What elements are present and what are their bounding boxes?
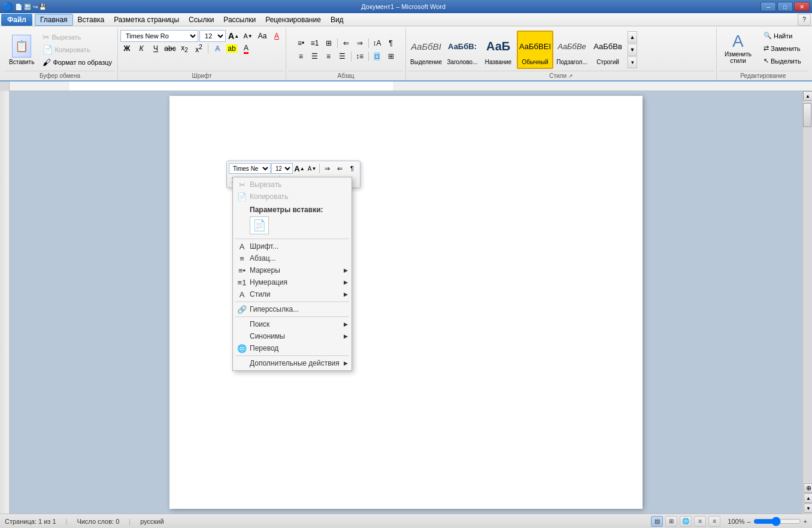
text-effects-button[interactable]: А: [211, 43, 224, 55]
ctx-hyperlink[interactable]: 🔗 Гиперссылка...: [233, 303, 352, 315]
multilevel-button[interactable]: ⊞: [322, 37, 335, 49]
scroll-up-button[interactable]: ▲: [803, 91, 812, 101]
strikethrough-button[interactable]: abc: [163, 43, 177, 55]
ctx-synonyms[interactable]: Синонимы: [233, 330, 352, 342]
subscript-button[interactable]: x2: [178, 43, 191, 55]
ctx-translate[interactable]: 🌐 Перевод: [233, 342, 352, 354]
web-view-button[interactable]: 🌐: [680, 516, 692, 527]
style-selection-button[interactable]: АаБбВI Выделение: [408, 31, 444, 69]
mini-shrink-button[interactable]: A▼: [306, 163, 318, 174]
clear-format-button[interactable]: A: [270, 30, 283, 42]
menu-home[interactable]: Главная: [35, 14, 73, 26]
ctx-paragraph[interactable]: ≡ Абзац...: [233, 252, 352, 264]
ctx-paste-option-1[interactable]: 📄: [250, 216, 269, 234]
borders-button[interactable]: ⊞: [384, 50, 398, 62]
mini-indent-out[interactable]: ⇐: [334, 163, 346, 174]
replace-button[interactable]: ⇄ Заменить: [759, 43, 807, 54]
next-page-button[interactable]: ▼: [804, 503, 812, 513]
show-marks-button[interactable]: ¶: [384, 37, 398, 49]
highlight-button[interactable]: аb: [225, 43, 238, 55]
styles-scroll-up[interactable]: ▲: [628, 31, 637, 43]
ctx-extra[interactable]: Дополнительные действия: [233, 357, 352, 369]
style-heading-button[interactable]: АаБбВ: Заголово...: [445, 31, 480, 69]
help-button[interactable]: ?: [798, 14, 811, 26]
close-button[interactable]: ✕: [794, 2, 810, 11]
select-button[interactable]: ↖ Выделить: [759, 55, 807, 67]
shading-button[interactable]: □: [371, 50, 384, 62]
mini-para-mark[interactable]: ¶: [346, 163, 358, 174]
change-case-icon: Аа: [258, 32, 267, 40]
grow-font-button[interactable]: A▲: [227, 30, 240, 42]
ctx-bullets[interactable]: ≡• Маркеры: [233, 264, 352, 276]
mini-font-selector[interactable]: Times Ne: [229, 163, 271, 174]
sort-button[interactable]: ↕A: [371, 37, 384, 49]
ctx-cut[interactable]: ✂ Вырезать: [233, 179, 352, 191]
menu-view[interactable]: Вид: [326, 14, 349, 26]
style-title-button[interactable]: АаБ Название: [481, 31, 516, 69]
zoom-increase-button[interactable]: +: [804, 518, 807, 525]
cut-button[interactable]: ✂ Вырезать: [40, 31, 115, 43]
ctx-font[interactable]: A Шрифт...: [233, 240, 352, 252]
zoom-slider[interactable]: [753, 517, 801, 526]
format-painter-button[interactable]: 🖌 Формат по образцу: [40, 56, 115, 68]
change-styles-button[interactable]: A Изменитьстили: [719, 30, 757, 66]
mini-grow-button[interactable]: A▲: [293, 163, 305, 174]
font-size-selector[interactable]: 12: [199, 30, 226, 42]
menu-mailings[interactable]: Рассылки: [219, 14, 260, 26]
shrink-font-button[interactable]: A▼: [241, 30, 254, 42]
select-object-button[interactable]: ⊕: [804, 483, 812, 493]
font-color-button[interactable]: А: [240, 43, 253, 55]
ctx-styles[interactable]: A Стили: [233, 288, 352, 300]
style-normal-button[interactable]: АаБбВEI Обычный: [517, 31, 553, 69]
decrease-indent-button[interactable]: ⇐: [340, 37, 353, 49]
menu-review[interactable]: Рецензирование: [260, 14, 326, 26]
scroll-track[interactable]: [803, 101, 812, 482]
font-name-selector[interactable]: Times New Ro: [120, 30, 198, 42]
menu-file[interactable]: Файл: [1, 14, 32, 26]
style-subtitle-button[interactable]: АаБбВе Подзагол...: [555, 31, 589, 69]
superscript-button[interactable]: x2: [192, 43, 205, 55]
align-right-button[interactable]: ≡: [322, 50, 335, 62]
paste-button[interactable]: 📋 Вставить: [5, 32, 38, 68]
ctx-numbering[interactable]: ≡1 Нумерация: [233, 276, 352, 288]
multilevel-icon: ⊞: [326, 39, 332, 47]
italic-button[interactable]: К: [135, 43, 148, 55]
numbering-button[interactable]: ≡1: [308, 37, 322, 49]
bullets-button[interactable]: ≡•: [295, 37, 308, 49]
style-strong-button[interactable]: АаБбВв Строгий: [590, 31, 625, 69]
mini-indent-in[interactable]: ⇒: [321, 163, 333, 174]
ribbon-group-font: Times New Ro 12 A▲ A▼ Аа A Ж К Ч abc x2: [118, 28, 286, 80]
menu-insert[interactable]: Вставка: [73, 14, 110, 26]
zoom-decrease-button[interactable]: –: [747, 518, 750, 525]
print-layout-button[interactable]: ▤: [651, 516, 663, 527]
minimize-button[interactable]: –: [761, 2, 776, 11]
ctx-copy[interactable]: 📄 Копировать: [233, 191, 352, 203]
styles-expand-button[interactable]: ▾: [628, 56, 637, 68]
justify-button[interactable]: ☰: [336, 50, 349, 62]
align-left-button[interactable]: ≡: [295, 50, 308, 62]
scroll-thumb[interactable]: [803, 103, 811, 127]
menu-references[interactable]: Ссылки: [184, 14, 219, 26]
align-center-button[interactable]: ☰: [308, 50, 322, 62]
outline-view-button[interactable]: ≡: [694, 516, 706, 527]
underline-button[interactable]: Ч: [149, 43, 162, 55]
draft-view-button[interactable]: ≡: [708, 516, 720, 527]
bold-button[interactable]: Ж: [120, 43, 134, 55]
line-spacing-button[interactable]: ↕≡: [353, 50, 366, 62]
find-button[interactable]: 🔍 Найти: [759, 30, 807, 41]
ctx-search[interactable]: Поиск: [233, 318, 352, 330]
styles-scroll-down[interactable]: ▼: [628, 44, 637, 56]
ctx-cut-icon: ✂: [237, 179, 247, 190]
menu-layout[interactable]: Разметка страницы: [109, 14, 184, 26]
fullscreen-button[interactable]: ⊞: [665, 516, 677, 527]
increase-indent-button[interactable]: ⇒: [353, 37, 366, 49]
strikethrough-icon: abc: [164, 44, 175, 53]
prev-page-button[interactable]: ▲: [804, 493, 812, 503]
copy-button[interactable]: 📄 Копировать: [40, 44, 115, 56]
mini-size-selector[interactable]: 12: [271, 163, 293, 174]
styles-dialog-launcher[interactable]: ↗: [568, 73, 573, 79]
styles-scroll: ▲ ▼ ▾: [628, 31, 637, 68]
maximize-button[interactable]: □: [777, 2, 793, 11]
document-page[interactable]: Times Ne 12 A▲ A▼ ⇒ ⇐ ¶ Ж К Ч ≡: [169, 96, 643, 509]
change-case-button[interactable]: Аа: [256, 30, 269, 42]
